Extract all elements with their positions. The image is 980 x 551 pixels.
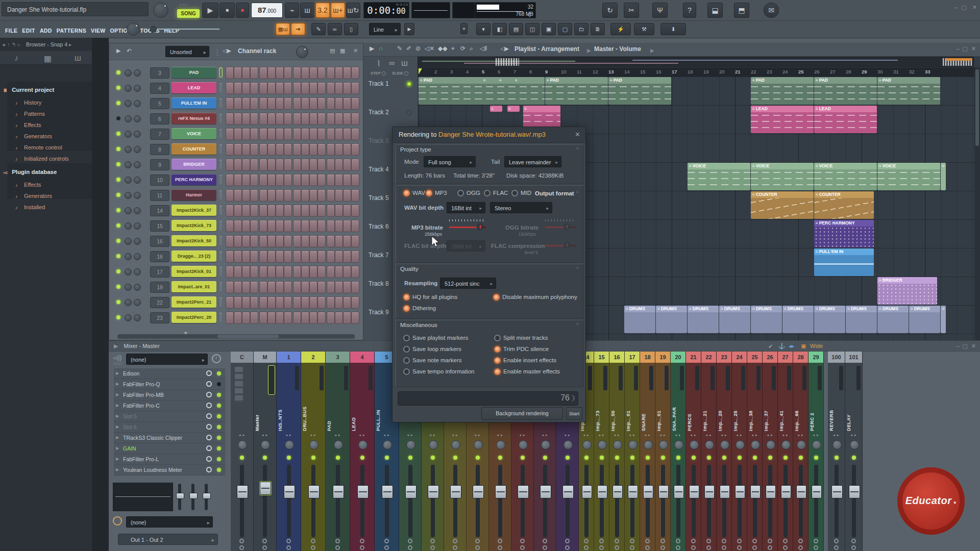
step-cell[interactable] [317,82,326,94]
strip-number[interactable]: 28 [793,352,808,363]
strip-route-ring[interactable] [239,539,244,543]
step-cell[interactable] [267,266,276,278]
strip-route-ring[interactable] [475,545,480,550]
step-cell[interactable] [351,159,359,171]
channel-number[interactable]: 14 [150,205,169,216]
strip-route-ring[interactable] [834,539,839,543]
strip-fader[interactable] [360,465,364,537]
step-cell[interactable] [226,266,234,278]
mixer-strip-imp-20[interactable]: 23Imp.._20◂ ▸ [717,352,732,551]
misc-radio-right-1[interactable] [494,346,501,353]
strip-enable-led[interactable] [676,456,680,460]
speaker-icon[interactable]: ◅)) [113,354,121,361]
channel-led[interactable] [116,208,120,212]
strip-pan-arrows[interactable]: ◂ ▸ [277,433,301,437]
strip-fx-slot[interactable] [741,366,745,390]
step-cell[interactable] [284,67,292,79]
step-cell[interactable] [351,296,359,309]
channel-number[interactable]: 9 [150,159,169,170]
fx-slot-slot-5[interactable]: ▶ Slot 5 [114,411,225,422]
strip-pan-arrows[interactable]: ◂ ▸ [640,433,655,437]
step-cell[interactable] [267,67,276,79]
step-cell[interactable] [284,235,292,247]
step-cell[interactable] [293,296,301,309]
step-cell[interactable] [343,113,351,125]
step-cell[interactable] [284,97,292,110]
channel-number[interactable]: 23 [150,312,169,323]
channel-number[interactable]: 15 [150,220,169,232]
step-cell[interactable] [284,189,292,202]
strip-pan-knob[interactable] [812,440,821,449]
mini-fader-handle[interactable] [189,493,198,499]
step-cell[interactable] [317,143,326,156]
strip-route-ring[interactable] [691,545,696,550]
rack-filter-selector[interactable]: Unsorted▸ [165,46,209,57]
mixer-close-icon[interactable]: ✕ [971,341,976,351]
step-cell[interactable] [317,128,326,140]
strip-pan-knob[interactable] [613,440,622,449]
strip-route-ring[interactable] [630,545,634,550]
channel-number[interactable]: 10 [150,174,169,186]
strip-enable-led[interactable] [360,456,364,460]
track-arm-button[interactable] [406,110,412,115]
step-cell[interactable] [327,281,335,293]
step-cell[interactable] [309,174,317,186]
step-cell[interactable] [276,143,284,156]
slider-knob[interactable] [564,242,570,248]
fader-handle[interactable] [674,485,684,498]
step-cell[interactable] [250,281,258,293]
pl-close-icon[interactable]: ✕ [971,45,976,52]
channel-mute-led[interactable] [219,236,222,245]
channel-number[interactable]: 16 [150,236,169,247]
pl-menu-icon[interactable]: ▶ [370,45,374,52]
background-rendering-button[interactable]: Background rendering [481,407,563,420]
channel-name-button[interactable]: Impact2Perc_20 [172,312,216,323]
strip-pan-knob[interactable] [406,440,415,449]
browser-nav-icons[interactable]: ▸ ↑ ↰ ⌕ [3,41,20,47]
strip-number[interactable]: 3 [326,352,350,363]
step-cell[interactable] [242,235,250,247]
step-cell[interactable] [309,281,317,293]
clip-drums[interactable]: ≡DRUMS [909,306,940,333]
browser-item-installed[interactable]: ♪ Installed [15,204,45,210]
rack-undo-icon[interactable]: ↶ [127,47,132,55]
channel-mute-led[interactable] [219,190,222,199]
clip-voice[interactable]: ≡VOICE [877,163,940,190]
step-cell[interactable] [335,235,343,247]
strip-pan-knob[interactable] [429,440,438,449]
browser-group-current-project[interactable]: 🗎 Current project [3,87,54,93]
step-cell[interactable] [267,113,276,125]
mixer-maximize-icon[interactable]: ▢ [963,341,968,351]
step-cell[interactable] [276,296,284,309]
strip-number[interactable]: 17 [625,352,640,363]
step-cell[interactable] [293,251,301,263]
step-cell[interactable] [250,67,258,79]
fader-handle[interactable] [658,485,669,498]
channel-volume-knob[interactable] [134,69,141,77]
step-cell[interactable] [309,159,317,171]
fader-handle[interactable] [260,482,271,495]
strip-number[interactable]: 25 [747,352,762,363]
fx-slot-tracks3-classic-clipper[interactable]: ▶ TRackS3 Classic Clipper [114,433,225,443]
step-cell[interactable] [284,159,292,171]
mixer-strip-pad[interactable]: 3PAD◂ ▸ [326,352,350,551]
clip-voice[interactable]: ≡VOICE [688,163,750,190]
wave-icon[interactable]: ⌇ [377,59,381,68]
strip-enable-led[interactable] [692,456,696,460]
step-cell[interactable] [351,143,359,156]
strip-pan-arrows[interactable]: ◂ ▸ [732,433,747,437]
cut-tool-button[interactable]: ✂ [624,3,639,18]
strip-route-ring[interactable] [430,539,435,543]
channel-number[interactable]: 17 [150,266,169,278]
fader-handle[interactable] [720,485,730,498]
step-cell[interactable] [343,97,351,110]
slot-enable-led[interactable] [217,382,221,386]
strip-route-ring[interactable] [851,545,856,550]
step-cell[interactable] [267,174,276,186]
pl-hscroll-thumb[interactable] [946,58,972,61]
step-cell[interactable] [301,159,309,171]
flac-comp-slider[interactable] [545,245,576,246]
channel-name-button[interactable]: COUNTER [172,143,216,155]
fx-slot-gain[interactable]: ▶ GAIN [114,443,225,454]
step-cell[interactable] [242,205,250,217]
